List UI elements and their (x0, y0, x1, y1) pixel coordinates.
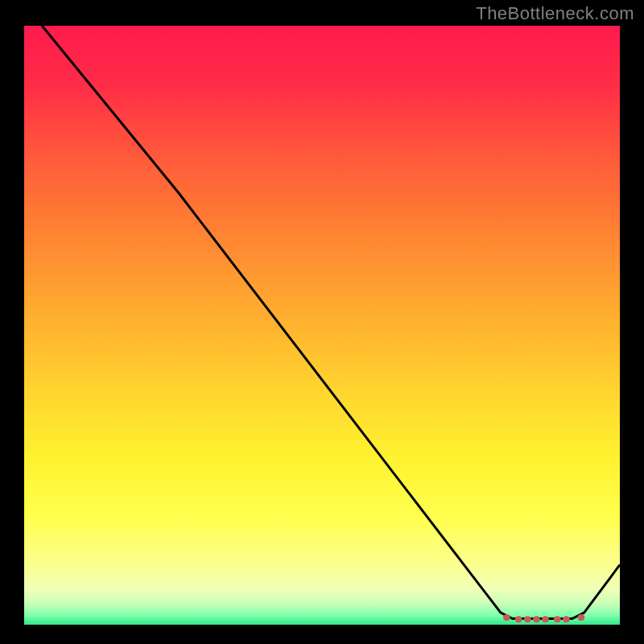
plot-area (24, 26, 620, 625)
chart-container: TheBottleneck.com (0, 0, 644, 644)
data-marker (577, 614, 584, 621)
data-marker (503, 614, 510, 621)
data-marker (515, 616, 522, 622)
attribution-label: TheBottleneck.com (476, 3, 634, 24)
data-marker (533, 616, 540, 622)
data-marker (524, 616, 531, 622)
data-marker (542, 616, 549, 622)
gradient-background (24, 26, 620, 625)
data-marker (563, 616, 570, 622)
data-marker (554, 616, 561, 622)
chart-svg (24, 26, 620, 625)
